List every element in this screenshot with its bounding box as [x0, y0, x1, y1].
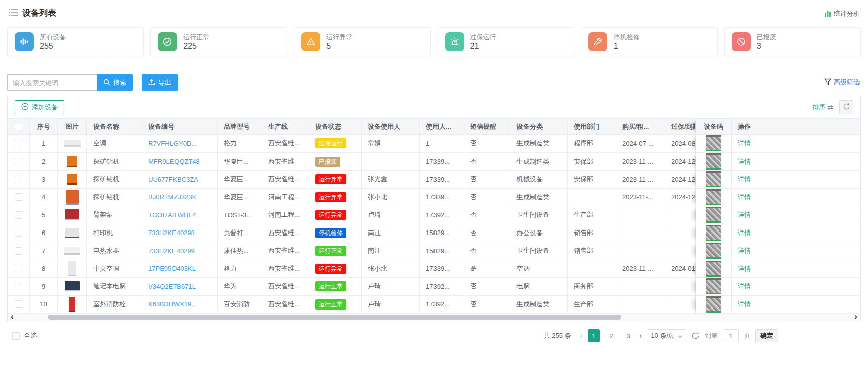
detail-link[interactable]: 详情: [738, 300, 751, 309]
buy-cell: [616, 224, 665, 242]
detail-link[interactable]: 详情: [738, 193, 751, 202]
sms-cell: 否: [464, 135, 510, 152]
device-qr-cell: [696, 135, 732, 152]
device-code-cell: UU677FKBC3ZA: [142, 171, 218, 188]
expire-cell: 2024-12-2: [665, 189, 696, 206]
buy-cell: 2023-11-...: [616, 189, 665, 206]
device-photo-cell: [58, 189, 87, 206]
dept-cell: 生产部: [568, 296, 616, 314]
device-photo-cell: [58, 296, 87, 314]
stat-card-6[interactable]: 已报废3: [724, 27, 861, 56]
pump-photo: [65, 209, 79, 220]
stat-card-1[interactable]: 所有设备255: [7, 27, 144, 56]
page-button-1[interactable]: 1: [588, 329, 600, 342]
detail-link[interactable]: 详情: [738, 246, 751, 255]
device-code-cell: MFR9LEQQZT48: [142, 153, 218, 171]
index-cell: 1: [30, 135, 58, 152]
device-code-link[interactable]: UU677FKBC3ZA: [148, 176, 198, 183]
device-photo-cell: [58, 278, 87, 295]
stat-card-2[interactable]: 运行正常225: [150, 27, 287, 56]
advanced-filter-link[interactable]: 高级筛选: [824, 78, 860, 87]
line-cell: 河南工程...: [262, 206, 309, 224]
refresh-table-button[interactable]: [839, 100, 853, 114]
row-checkbox[interactable]: [15, 300, 22, 308]
detail-link[interactable]: 详情: [738, 210, 751, 219]
plus-circle-icon: [21, 103, 29, 112]
select-all-checkbox[interactable]: [12, 332, 20, 340]
stat-card-5[interactable]: 停机检修1: [581, 27, 718, 56]
status-badge: 运行异常: [315, 210, 346, 220]
sort-arrows-icon: ⇄: [827, 103, 833, 111]
search-button[interactable]: 搜索: [97, 74, 133, 91]
device-code-cell: V34Q2E7B671L: [142, 278, 218, 295]
device-photo-cell: [58, 153, 87, 171]
horizontal-scrollbar-thumb[interactable]: [48, 315, 621, 320]
scroll-left-icon[interactable]: ‹: [11, 312, 14, 321]
device-photo-cell: [58, 242, 87, 260]
index-cell: 9: [30, 278, 58, 295]
confirm-button[interactable]: 确定: [755, 329, 778, 342]
detail-link[interactable]: 详情: [738, 157, 751, 166]
phone-cell: 15829...: [420, 224, 464, 242]
stat-card-value: 3: [757, 41, 776, 51]
page-button-2[interactable]: 2: [605, 329, 617, 342]
central-ac-photo: [68, 261, 76, 276]
row-checkbox[interactable]: [15, 193, 22, 201]
row-checkbox[interactable]: [15, 176, 22, 183]
funnel-icon: [824, 78, 831, 87]
column-header: 设备码: [696, 119, 732, 134]
device-code-link[interactable]: R7VFHLGY0D...: [148, 140, 197, 147]
ban-icon: [732, 32, 751, 51]
search-input[interactable]: [7, 74, 97, 91]
next-page-button[interactable]: ›: [639, 331, 642, 340]
device-code-link[interactable]: BJ0RTMZJ323K: [148, 193, 196, 201]
device-qr-cell: [696, 189, 732, 206]
add-device-button[interactable]: 添加设备: [15, 100, 64, 114]
wrench-icon: [588, 32, 607, 51]
expire-cell: [665, 278, 696, 295]
detail-link[interactable]: 详情: [738, 175, 751, 184]
select-page-checkbox[interactable]: [15, 123, 22, 130]
row-checkbox[interactable]: [15, 140, 22, 147]
buy-cell: [616, 278, 665, 295]
sms-cell: 否: [464, 206, 510, 224]
goto-page-input[interactable]: [723, 329, 739, 342]
scroll-right-icon[interactable]: ›: [854, 312, 857, 321]
table-row: 1空调R7VFHLGY0D...格力西安雀维...过保运行常娟1否生成制造类程序…: [8, 134, 860, 152]
device-code-link[interactable]: 733H2KE40298: [148, 229, 195, 237]
detail-link[interactable]: 详情: [738, 228, 751, 238]
stat-card-3[interactable]: 运行异常5: [294, 27, 430, 56]
category-cell: 空调: [510, 260, 568, 278]
row-checkbox-cell: [8, 296, 30, 314]
stat-card-value: 21: [470, 41, 496, 51]
category-cell: 办公设备: [510, 224, 568, 242]
row-checkbox-cell: [8, 189, 30, 206]
equalizer-bars-icon: [15, 32, 34, 51]
stats-analysis-link[interactable]: 统计分析: [824, 9, 860, 18]
device-code-link[interactable]: 17PE05O403KL: [148, 265, 196, 272]
page-size-select[interactable]: 10 条/页: [647, 329, 686, 342]
prev-page-button[interactable]: ‹: [580, 331, 583, 340]
row-checkbox[interactable]: [15, 283, 22, 290]
stat-card-4[interactable]: 过保运行21: [438, 27, 574, 56]
row-checkbox[interactable]: [15, 247, 22, 255]
page-button-3[interactable]: 3: [622, 329, 634, 342]
dept-cell: 程序部: [568, 135, 616, 152]
detail-link[interactable]: 详情: [738, 264, 751, 273]
device-code-cell: BJ0RTMZJ323K: [142, 189, 218, 206]
row-checkbox[interactable]: [15, 211, 22, 219]
detail-link[interactable]: 详情: [738, 282, 751, 291]
row-checkbox[interactable]: [15, 229, 22, 237]
sort-button[interactable]: 排序 ⇄: [812, 103, 833, 112]
device-code-link[interactable]: MFR9LEQQZT48: [148, 158, 200, 165]
device-code-link[interactable]: 733H2KE40299: [148, 247, 195, 255]
device-code-link[interactable]: TGOI7AILWHF4: [148, 211, 196, 219]
device-code-link[interactable]: K630OHWX19...: [148, 300, 197, 308]
detail-link[interactable]: 详情: [738, 139, 751, 148]
device-code-cell: R7VFHLGY0D...: [142, 135, 218, 152]
refresh-pagination-button[interactable]: [691, 332, 700, 340]
export-button[interactable]: 导出: [142, 74, 178, 91]
device-code-link[interactable]: V34Q2E7B671L: [148, 283, 196, 290]
row-checkbox[interactable]: [15, 265, 22, 272]
row-checkbox[interactable]: [15, 158, 22, 165]
